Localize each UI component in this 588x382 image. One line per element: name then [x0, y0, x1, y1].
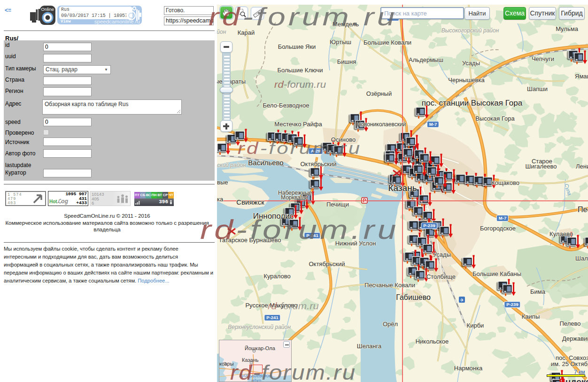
svg-text:Online: Online [41, 7, 54, 12]
